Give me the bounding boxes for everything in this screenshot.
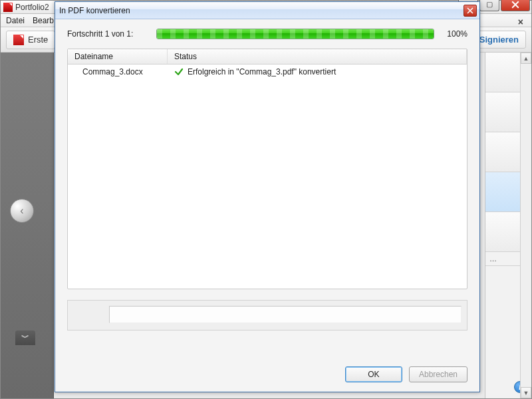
chevron-double-down-icon: ︾ — [21, 332, 29, 344]
vertical-scrollbar[interactable]: ▲ ▼ — [520, 53, 531, 398]
checkmark-icon — [174, 67, 184, 76]
create-pdf-label: Erste — [28, 35, 48, 45]
cancel-label: Abbrechen — [419, 370, 458, 379]
convert-to-pdf-dialog: In PDF konvertieren Fortschritt 1 von 1:… — [55, 1, 480, 392]
progress-label: Fortschritt 1 von 1: — [67, 29, 147, 39]
create-pdf-button[interactable]: Erste — [6, 31, 55, 49]
progress-percent: 100% — [444, 29, 467, 39]
ok-label: OK — [368, 370, 379, 379]
prev-page-button[interactable]: ‹ — [10, 199, 34, 223]
table-body: Commag_3.docx Erfolgreich in "Commag_3.p… — [68, 65, 467, 289]
conversion-table: Dateiname Status Commag_3.docx Erfolgrei… — [67, 49, 467, 289]
cell-filename: Commag_3.docx — [74, 67, 174, 76]
menu-edit[interactable]: Bearb — [29, 15, 58, 27]
window-title: Portfolio2 — [15, 3, 49, 12]
dialog-body: Fortschritt 1 von 1: 100% Dateiname Stat… — [55, 19, 479, 360]
maximize-button[interactable]: ▢ — [479, 0, 499, 11]
ok-button[interactable]: OK — [345, 366, 402, 382]
close-icon — [467, 7, 473, 14]
maximize-icon: ▢ — [486, 0, 493, 9]
scroll-down-icon[interactable]: ▼ — [521, 387, 531, 398]
column-filename[interactable]: Dateiname — [68, 49, 168, 64]
dialog-titlebar[interactable]: In PDF konvertieren — [55, 2, 479, 19]
expand-sidebar-button[interactable]: ︾ — [15, 331, 35, 345]
cancel-button: Abbrechen — [409, 366, 467, 382]
thumbnail-sidebar: ‹ ︾ — [1, 53, 54, 398]
status-text: Erfolgreich in "Commag_3.pdf" konvertier… — [188, 67, 336, 76]
cell-status: Erfolgreich in "Commag_3.pdf" konvertier… — [174, 67, 460, 76]
table-header: Dateiname Status — [68, 49, 467, 65]
sign-label: Signieren — [479, 35, 519, 45]
dialog-close-button[interactable] — [464, 5, 477, 17]
pdf-page-icon — [13, 35, 24, 45]
scroll-up-icon[interactable]: ▲ — [521, 53, 531, 64]
close-icon — [511, 1, 519, 9]
column-status[interactable]: Status — [168, 49, 467, 64]
dialog-title: In PDF konvertieren — [59, 6, 130, 15]
close-button[interactable] — [501, 0, 530, 11]
options-label: … — [489, 255, 497, 263]
progress-row: Fortschritt 1 von 1: 100% — [67, 29, 467, 39]
current-file-progress — [109, 306, 462, 323]
progress-bar — [156, 29, 434, 39]
document-close-icon[interactable]: × — [514, 15, 527, 29]
chevron-left-icon: ‹ — [20, 205, 23, 217]
menu-file[interactable]: Datei — [2, 15, 29, 27]
dialog-buttons: OK Abbrechen — [55, 360, 479, 392]
table-row[interactable]: Commag_3.docx Erfolgreich in "Commag_3.p… — [68, 65, 467, 79]
progress-fill — [157, 29, 434, 39]
adobe-pdf-icon — [3, 3, 13, 12]
current-file-panel — [67, 300, 467, 331]
